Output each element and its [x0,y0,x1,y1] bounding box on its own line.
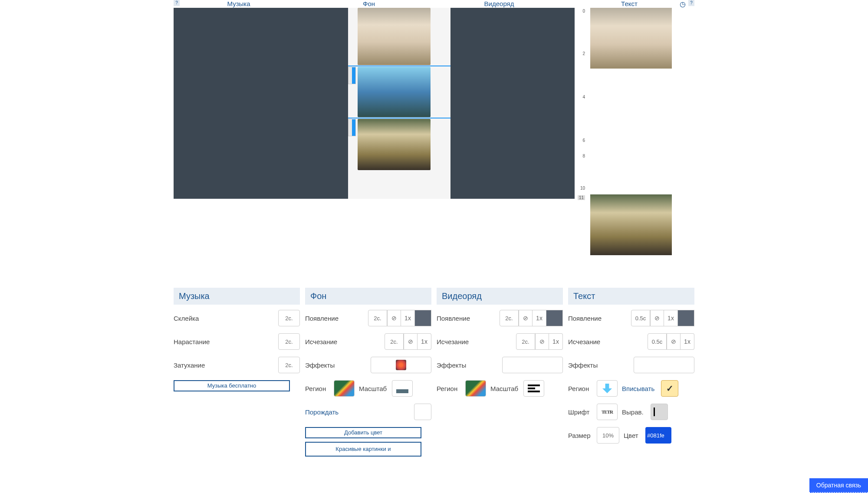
video-appear-mult-button[interactable]: 1x [533,310,546,326]
free-music-button[interactable]: Музыка бесплатно [174,380,290,391]
text-appear-mult-button[interactable]: 1x [664,310,678,326]
bg-appear-mult-button[interactable]: 1x [401,310,415,326]
input-splice[interactable] [278,310,300,326]
video-appear-none-button[interactable]: ⊘ [519,310,533,326]
clock-icon[interactable]: ◷ [680,0,686,8]
text-color-picker[interactable]: #081fe [645,427,671,444]
input-bg-disappear-dur[interactable] [385,333,404,350]
help-right-button[interactable]: ? [688,0,694,6]
row-video-appear: Появление ⊘ 1x [437,310,563,326]
bg-spawn-link[interactable]: Порождать [305,408,414,416]
tab-video[interactable]: Видеоряд [434,0,564,7]
clip-handle[interactable] [348,67,356,84]
feedback-button[interactable]: Обратная связь [809,478,868,493]
video-appear-swatch[interactable] [546,310,563,326]
timeline-clip-1[interactable] [358,8,431,65]
bg-appear-none-button[interactable]: ⊘ [387,310,401,326]
label-bg-disappear: Исчезание [305,338,385,345]
tab-music[interactable]: Музыка [174,0,304,7]
video-region-picker[interactable] [465,380,486,397]
text-align-picker[interactable] [651,404,668,420]
input-video-appear-dur[interactable] [500,310,519,326]
label-bg-appear: Появление [305,315,368,322]
text-disappear-mult-button[interactable]: 1x [681,333,694,350]
label-rise: Нарастание [174,338,278,345]
video-disappear-mult-button[interactable]: 1x [549,333,563,350]
text-region-picker[interactable] [597,380,618,397]
input-fade[interactable] [278,357,300,373]
clip-divider [348,66,450,66]
row-text-disappear: Исчезание ⊘ 1x [568,333,694,350]
text-font-picker[interactable]: TETR [597,404,618,420]
ruler-tick: 2 [582,51,585,56]
help-left-button[interactable]: ? [174,0,180,6]
text-disappear-none-button[interactable]: ⊘ [667,333,681,350]
text-appear-swatch[interactable] [678,310,694,326]
video-scale-picker[interactable] [523,380,544,397]
panel-video: Видеоряд Появление ⊘ 1x Исчезание ⊘ [437,288,563,462]
input-bg-appear-dur[interactable] [368,310,387,326]
panel-text-header: Текст [568,288,694,305]
row-text-font: Шрифт TETR Вырав. [568,404,694,420]
row-video-region: Регион Масштаб [437,380,563,397]
label-video-scale: Масштаб [490,385,523,392]
tab-bg[interactable]: Фон [304,0,434,7]
timeline-clip-2[interactable] [358,67,431,117]
label-video-appear: Появление [437,315,500,322]
clip-handle[interactable] [348,119,356,136]
ruler-tick: 4 [582,95,585,99]
bg-appear-swatch[interactable] [415,310,431,326]
bg-scale-picker[interactable] [392,380,413,397]
nice-pics-button[interactable]: Красивые картинки и [305,442,421,457]
ruler-tick: 8 [582,154,585,158]
bg-spawn-checkbox[interactable] [414,404,431,420]
text-appear-none-button[interactable]: ⊘ [650,310,664,326]
editor-area: 0 2 4 6 8 10 11 [174,8,694,199]
row-text-effects: Эффекты [568,357,694,373]
ruler-tick: 0 [582,9,585,13]
editor-canvas[interactable] [174,8,575,199]
input-text-size[interactable] [597,427,619,444]
effect-icon [396,360,406,370]
bg-effects-picker[interactable] [371,357,431,373]
bg-region-picker[interactable] [334,380,355,397]
settings-panels: Музыка Склейка Нарастание Затухание Музы… [174,288,694,462]
video-disappear-none-button[interactable]: ⊘ [535,333,549,350]
label-text-size: Размер [568,432,597,439]
input-rise[interactable] [278,333,300,350]
preview-thumb-2[interactable] [590,194,672,255]
timeline-clip-3[interactable] [358,119,431,170]
bg-disappear-mult-button[interactable]: 1x [418,333,431,350]
text-effects-picker[interactable] [634,357,694,373]
label-text-font: Шрифт [568,408,597,416]
row-bg-spawn: Порождать [305,404,431,420]
row-splice: Склейка [174,310,300,326]
preview-column [590,8,694,199]
row-fade: Затухание [174,357,300,373]
label-video-effects: Эффекты [437,362,502,369]
row-bg-effects: Эффекты [305,357,431,373]
ruler-tick: 6 [582,138,585,143]
panel-bg: Фон Появление ⊘ 1x Исчезание ⊘ [305,288,431,462]
row-video-effects: Эффекты [437,357,563,373]
panel-video-header: Видеоряд [437,288,563,305]
label-text-effects: Эффекты [568,362,634,369]
ruler-tick: 11 [578,195,585,200]
text-fit-link[interactable]: Вписывать [622,385,661,392]
align-left-icon [654,408,655,416]
input-text-disappear-dur[interactable] [648,333,667,350]
add-color-button[interactable]: Добавить цвет [305,427,421,438]
input-text-appear-dur[interactable] [631,310,650,326]
text-fit-checkbox[interactable]: ✓ [661,380,678,397]
label-text-align: Вырав. [622,408,651,416]
input-video-disappear-dur[interactable] [516,333,535,350]
preview-thumb-1[interactable] [590,8,672,69]
bg-disappear-none-button[interactable]: ⊘ [404,333,418,350]
video-effects-picker[interactable] [502,357,563,373]
label-text-region: Регион [568,385,597,392]
label-fade: Затухание [174,362,278,369]
tab-text[interactable]: Текст [564,0,694,7]
label-splice: Склейка [174,315,278,322]
ruler-tick: 10 [580,186,585,191]
row-bg-appear: Появление ⊘ 1x [305,310,431,326]
